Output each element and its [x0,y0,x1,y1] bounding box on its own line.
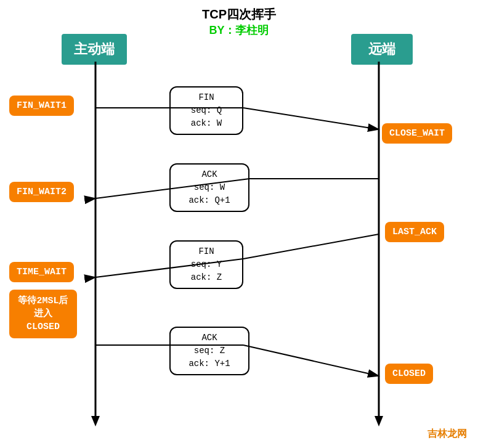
title-area: TCP四次挥手 BY：李柱明 [0,0,478,38]
fin-wait2-state: FIN_WAIT2 [9,182,74,202]
closed-multi-state: 等待2MSL后 进入 CLOSED [9,290,77,338]
svg-line-8 [243,108,379,129]
msg-box-1: FIN seq: Q ack: W [169,86,243,135]
fin-wait1-state: FIN_WAIT1 [9,96,74,116]
svg-marker-4 [91,416,100,426]
time-wait-state: TIME_WAIT [9,262,74,282]
main-title: TCP四次挥手 [0,6,478,23]
msg-box-3: FIN seq: Y ack: Z [169,240,243,289]
close-wait-state: CLOSE_WAIT [382,123,452,144]
svg-marker-6 [375,416,383,426]
msg-box-4: ACK seq: Z ack: Y+1 [169,327,249,375]
active-header: 主动端 [62,34,127,65]
watermark: 吉林龙网 [427,428,467,441]
svg-line-14 [243,345,379,376]
svg-line-11 [243,234,379,259]
passive-header: 远端 [351,34,413,65]
closed-right-state: CLOSED [385,364,433,384]
msg-box-2: ACK seq: W ack: Q+1 [169,163,249,212]
last-ack-state: LAST_ACK [385,222,444,242]
